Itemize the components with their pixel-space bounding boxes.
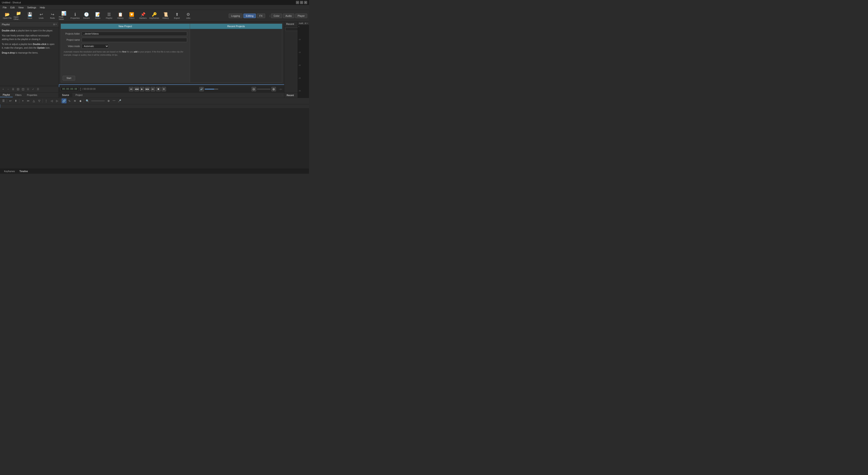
keyframes-button[interactable]: 🔑 Keyframes [149,11,160,21]
playlist-view1-btn[interactable]: ☰ [11,87,16,91]
step-back-button[interactable]: ◀◀ [134,87,139,91]
audio-float-btn[interactable]: ⊞ [305,22,307,25]
save-label: Save [28,17,32,19]
playlist-button[interactable]: ☰ Playlist [103,11,115,21]
recent-icon: 🕐 [84,12,89,17]
timeline-tracks [0,108,309,174]
menu-file[interactable]: File [1,6,9,9]
notes-button[interactable]: 📝 Notes [92,11,103,21]
tl-ripple-btn[interactable]: ∿ [67,98,72,103]
volume-slider[interactable] [205,89,218,90]
recent-button[interactable]: 🕐 Recent [81,11,92,21]
zoom-in-player[interactable]: ⊕ [272,87,276,91]
tl-split-btn[interactable]: ⋮ [44,98,49,103]
player-mode-button[interactable]: Player [295,13,307,18]
playlist-float-icon[interactable]: ⊞ [53,23,55,26]
tl-forward-btn[interactable]: ▷ [55,98,60,103]
play-button[interactable]: ▶ [140,87,144,91]
playlist-add-btn[interactable]: + [1,87,5,91]
audio-close-btn[interactable]: × [307,22,308,25]
meter-area: 5 -10 -15 -20 -25 -30 -35 -40 -50 [298,25,309,98]
menu-view[interactable]: View [17,6,26,9]
editing-mode-button[interactable]: Editing [243,13,256,18]
timecode-up-btn[interactable]: ▲▼ [80,87,82,91]
playlist-check-btn[interactable]: ✓ [31,87,35,91]
tl-undo-btn[interactable]: ↩ [8,98,13,103]
history-button[interactable]: 📋 History [115,11,126,21]
stop-button[interactable]: ⏹ [156,87,161,91]
tl-lift-btn[interactable]: ⬆ [13,98,18,103]
tl-backward-btn[interactable]: ◁ [49,98,54,103]
tl-zoom-fit-btn[interactable]: 🔍 [85,98,90,103]
playlist-sort-btn[interactable]: ☶ [36,87,40,91]
timecode-display[interactable]: 00:00:00:00 [61,87,79,91]
project-name-label: Project name [64,39,82,41]
main-toolbar: 📂 Open File 📁 Open Other... 💾 Save ↩ Und… [0,10,309,22]
undo-label: Undo [39,17,44,19]
tl-keyframe-btn[interactable]: ◆ [78,98,83,103]
playlist-view4-btn[interactable]: ☷ [26,87,30,91]
jobs-button[interactable]: ⚙ Jobs [183,11,194,21]
recent-tab[interactable]: Recent [284,94,296,97]
zoom-slider[interactable] [257,89,271,90]
tl-record-btn[interactable]: 🎤 [117,98,122,103]
video-mode-select[interactable]: Automatic [82,44,109,49]
logging-mode-button[interactable]: Logging [229,13,243,18]
properties-button[interactable]: ℹ Properties [70,11,81,21]
tl-snap-btn[interactable]: 🔗 [62,98,66,103]
tl-lift2-btn[interactable]: △ [31,98,36,103]
undo-button[interactable]: ↩ Undo [36,11,46,21]
menu-edit[interactable]: Edit [9,6,17,9]
close-button[interactable]: × [304,1,307,4]
markers-button[interactable]: 📌 Markers [137,11,148,21]
tl-zoom-in-btn[interactable]: ⊕ [106,98,111,103]
keyframes-icon: 🔑 [152,12,157,17]
tab-playlist[interactable]: Playlist [0,93,13,97]
filters-button[interactable]: 🔽 Filters [126,11,137,21]
tl-menu-btn[interactable]: ☰ [1,98,6,103]
tab-project[interactable]: Project [72,93,86,97]
tl-add-btn[interactable]: + [20,98,25,103]
menu-settings[interactable]: Settings [25,6,38,9]
tl-overwrite-btn[interactable]: ▽ [37,98,42,103]
timeline-status-tab[interactable]: Timeline [17,170,30,173]
fx-mode-button[interactable]: FX [257,13,265,18]
minimize-button[interactable]: ─ [296,1,299,4]
projects-folder-input[interactable] [82,32,187,36]
zoom-out-player[interactable]: ⊖ [252,87,256,91]
loop-button[interactable]: ⊞ [161,87,166,91]
tl-ripple-delete-btn[interactable]: ✂ [26,98,31,103]
tl-ripple-all-btn[interactable]: ≋ [72,98,78,103]
maximize-button[interactable]: □ [300,1,303,4]
tl-waveform-btn[interactable]: 〰 [112,98,117,103]
playlist-remove-btn[interactable]: − [6,87,10,91]
start-button[interactable]: Start [63,76,75,81]
jobs-label: Jobs [186,17,190,19]
tab-properties[interactable]: Properties [24,93,40,97]
history2-button[interactable]: 📜 History [160,11,171,21]
goto-start-button[interactable]: ⏮ [129,87,133,91]
new-project-panel: New Project Projects folder Project name [61,24,190,83]
redo-button[interactable]: ↪ Redo [47,11,58,21]
tab-filters[interactable]: Filters [13,93,24,97]
playlist-close-icon[interactable]: × [55,23,57,26]
color-mode-button[interactable]: Color [271,13,282,18]
open-other-button[interactable]: 📁 Open Other... [13,11,24,21]
tl-zoom-slider[interactable] [91,100,105,101]
tab-source[interactable]: Source [59,93,72,97]
export-button[interactable]: ⬆ Export [172,11,182,21]
timeline-cursor [0,104,0,108]
playlist-view3-btn[interactable]: ⊡ [21,87,25,91]
playlist-label: Playlist [106,17,113,19]
save-button[interactable]: 💾 Save [25,11,35,21]
menu-help[interactable]: Help [38,6,47,9]
open-file-button[interactable]: 📂 Open File [2,11,13,21]
playlist-view2-btn[interactable]: ⊟ [16,87,20,91]
step-forward-button[interactable]: ▶▶ [145,87,150,91]
volume-button[interactable]: 🔊 [199,87,204,91]
audio-mode-button[interactable]: Audio [283,13,294,18]
goto-end-button[interactable]: ⏭ [151,87,155,91]
project-name-input[interactable] [82,38,187,42]
peak-meter-button[interactable]: 📊 Peak Meter [58,11,69,21]
keyframes-status-tab[interactable]: Keyframes [2,170,17,173]
